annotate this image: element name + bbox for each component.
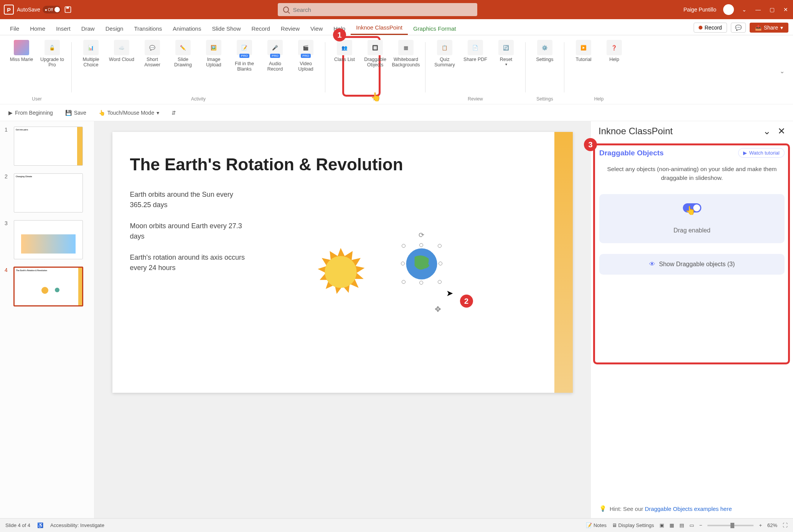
tab-file[interactable]: File	[5, 22, 25, 35]
ribbon-display-icon[interactable]: ⌄	[741, 6, 748, 13]
tutorial-button[interactable]: ▶️Tutorial	[569, 38, 598, 64]
save-icon[interactable]	[64, 6, 72, 13]
tab-record[interactable]: Record	[246, 22, 275, 35]
slide-thumb-4[interactable]: The Earth's Rotation & Revolution	[14, 267, 83, 306]
svg-point-3	[325, 256, 356, 288]
fit-window-icon[interactable]: ⛶	[783, 522, 788, 528]
quick-access-bar: ▶ From Beginning 💾 Save 👆 Touch/Mouse Mo…	[0, 104, 793, 121]
slide-canvas[interactable]: The Earth's Rotation & Revolution Earth …	[112, 132, 573, 393]
multiple-choice-button[interactable]: 📊Multiple Choice	[76, 38, 106, 73]
callout-2: 2	[460, 295, 473, 308]
panel-close-icon[interactable]: ✕	[778, 126, 785, 137]
notes-button[interactable]: 📝 Notes	[586, 522, 607, 528]
whiteboard-bg-button[interactable]: ▦Whiteboard Backgrounds	[391, 38, 420, 69]
share-button[interactable]: 📤 Share ▾	[750, 23, 788, 33]
upgrade-button[interactable]: 🔓Upgrade to Pro	[38, 38, 67, 69]
view-slideshow-icon[interactable]: ▭	[689, 522, 694, 528]
minimize-icon[interactable]: —	[755, 6, 762, 13]
slide-title[interactable]: The Earth's Rotation & Revolution	[112, 132, 573, 174]
from-beginning-button[interactable]: ▶ From Beginning	[5, 108, 56, 117]
slide-drawing-button[interactable]: ✏️Slide Drawing	[168, 38, 198, 73]
word-cloud-button[interactable]: ☁️Word Cloud	[107, 38, 136, 73]
slide-text-3[interactable]: Earth's rotation around its axis occurs …	[130, 252, 245, 273]
zoom-slider[interactable]	[707, 525, 753, 526]
tab-slideshow[interactable]: Slide Show	[206, 22, 246, 35]
display-settings-button[interactable]: 🖥 Display Settings	[612, 522, 654, 528]
share-pdf-button[interactable]: 📄Share PDF	[461, 38, 490, 69]
hint-link[interactable]: Draggable Objects examples here	[645, 506, 732, 512]
tab-home[interactable]: Home	[25, 22, 51, 35]
quiz-summary-button[interactable]: 📋Quiz Summary	[430, 38, 459, 69]
miss-marie-button[interactable]: Miss Marie	[7, 38, 36, 69]
tab-view[interactable]: View	[305, 22, 328, 35]
tab-animations[interactable]: Animations	[167, 22, 206, 35]
tab-graphics-format[interactable]: Graphics Format	[408, 22, 462, 35]
close-icon[interactable]: ✕	[782, 6, 789, 13]
callout-1: 1	[333, 28, 346, 41]
view-reading-icon[interactable]: ▤	[679, 522, 684, 528]
class-list-button[interactable]: 👥Class List	[330, 38, 359, 69]
search-input[interactable]	[293, 7, 472, 13]
tab-review[interactable]: Review	[275, 22, 305, 35]
short-answer-button[interactable]: 💬Short Answer	[138, 38, 167, 73]
accessibility-icon[interactable]: ♿	[37, 522, 43, 528]
help-button[interactable]: ❓Help	[600, 38, 629, 64]
zoom-in-button[interactable]: +	[759, 522, 762, 528]
video-upload-button[interactable]: 🎬PROVideo Upload	[291, 38, 320, 73]
quickbar-more-icon[interactable]: ⇵	[168, 108, 179, 117]
tab-transitions[interactable]: Transitions	[129, 22, 167, 35]
sun-graphic[interactable]	[316, 247, 366, 297]
autosave-control[interactable]: AutoSave ● Off	[17, 6, 61, 13]
accessibility-status[interactable]: Accessibility: Investigate	[50, 522, 104, 528]
save-button[interactable]: 💾 Save	[62, 108, 89, 117]
tab-design[interactable]: Design	[100, 22, 129, 35]
tab-inknoe-classpoint[interactable]: Inknoe ClassPoint	[351, 21, 408, 35]
slide-text-2[interactable]: Moon orbits around Earth every 27.3 days	[130, 221, 245, 242]
drag-enabled-label: Drag enabled	[608, 227, 775, 234]
slide-editor[interactable]: The Earth's Rotation & Revolution Earth …	[94, 121, 590, 518]
record-button[interactable]: Record	[694, 23, 727, 33]
fill-blanks-button[interactable]: 📝PROFill in the Blanks	[230, 38, 259, 73]
slide-text-1[interactable]: Earth orbits around the Sun every 365.25…	[130, 189, 245, 210]
tabs-bar: File Home Insert Draw Design Transitions…	[0, 19, 793, 35]
panel-header-title: Inknoe ClassPoint	[598, 126, 673, 137]
audio-record-button[interactable]: 🎤PROAudio Record	[260, 38, 290, 73]
view-normal-icon[interactable]: ▣	[659, 522, 664, 528]
thumb-row-4[interactable]: 4 The Earth's Rotation & Revolution	[5, 267, 89, 306]
watch-tutorial-button[interactable]: ▶ Watch tutorial	[738, 148, 785, 158]
user-name: Paige Puntillo	[683, 7, 716, 13]
thumb-row-3[interactable]: 3	[5, 220, 89, 259]
panel-title: Draggable Objects	[599, 149, 664, 157]
search-icon	[283, 7, 289, 13]
zoom-out-button[interactable]: −	[699, 522, 702, 528]
rotate-handle-icon[interactable]: ⟳	[419, 231, 424, 239]
settings-button[interactable]: ⚙️Settings	[530, 38, 559, 64]
title-right: Paige Puntillo ⌄ — ▢ ✕	[683, 4, 789, 15]
show-draggable-button[interactable]: 👁 Show Draggable objects (3)	[599, 254, 785, 275]
thumb-row-2[interactable]: 2 Changing Climate	[5, 173, 89, 212]
ribbon-group-review: 📋Quiz Summary 📄Share PDF 🔄Reset▾ Review	[428, 38, 523, 104]
main-area: 1 Get into pairs 2 Changing Climate 3 4 …	[0, 121, 793, 518]
earth-graphic-selected[interactable]: ⟳	[404, 246, 439, 282]
tab-insert[interactable]: Insert	[51, 22, 76, 35]
view-sorter-icon[interactable]: ▦	[669, 522, 674, 528]
touch-mouse-button[interactable]: 👆 Touch/Mouse Mode ▾	[96, 108, 162, 117]
zoom-level[interactable]: 62%	[767, 522, 777, 528]
slide-thumb-1[interactable]: Get into pairs	[14, 127, 83, 166]
thumb-row-1[interactable]: 1 Get into pairs	[5, 127, 89, 166]
maximize-icon[interactable]: ▢	[768, 6, 775, 13]
slide-thumb-3[interactable]	[14, 220, 83, 259]
comments-button[interactable]: 💬	[731, 23, 746, 33]
panel-collapse-icon[interactable]: ⌄	[763, 126, 771, 137]
thumbnail-panel[interactable]: 1 Get into pairs 2 Changing Climate 3 4 …	[0, 121, 94, 518]
reset-button[interactable]: 🔄Reset▾	[491, 38, 521, 69]
image-upload-button[interactable]: 🖼️Image Upload	[199, 38, 228, 73]
autosave-toggle[interactable]: ● Off	[43, 6, 61, 13]
user-avatar[interactable]	[723, 4, 734, 15]
tab-draw[interactable]: Draw	[76, 22, 100, 35]
ribbon-collapse-icon[interactable]: ⌄	[780, 68, 788, 75]
ribbon: 1 Miss Marie 🔓Upgrade to Pro User 📊Multi…	[0, 35, 793, 104]
slide-thumb-2[interactable]: Changing Climate	[14, 173, 83, 212]
draggable-objects-button[interactable]: 🔲Draggable Objects	[361, 38, 390, 69]
search-box[interactable]	[278, 3, 477, 16]
